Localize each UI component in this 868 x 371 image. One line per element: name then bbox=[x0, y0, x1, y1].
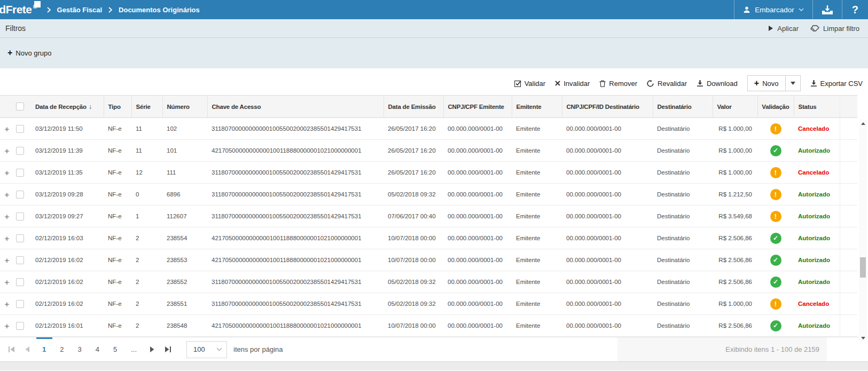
header-serie[interactable]: Série bbox=[131, 96, 162, 118]
header-cnpj-destinatario[interactable]: CNPJ/CPF/ID Destinatário bbox=[562, 96, 653, 118]
pager-first-button[interactable] bbox=[3, 337, 19, 361]
row-checkbox[interactable] bbox=[16, 169, 24, 177]
new-group-button[interactable]: + Novo grupo bbox=[7, 49, 52, 57]
validation-cell: ✓ bbox=[757, 227, 794, 249]
export-csv-button[interactable]: Exportar CSV bbox=[810, 80, 863, 88]
user-menu[interactable]: Embarcador bbox=[734, 0, 812, 19]
new-button[interactable]: + Novo bbox=[748, 76, 785, 91]
checkbox-cell bbox=[14, 162, 31, 184]
row-checkbox[interactable] bbox=[16, 278, 24, 286]
new-group-label: Novo grupo bbox=[15, 49, 51, 57]
scroll-down-button[interactable] bbox=[859, 334, 867, 342]
invalidate-button[interactable]: Invalidar bbox=[555, 80, 590, 88]
pager-more-button[interactable]: ... bbox=[124, 337, 144, 361]
row-checkbox[interactable] bbox=[16, 256, 24, 264]
cell-cnpj_emitente: 00.000.000/0001-00 bbox=[443, 227, 512, 249]
expand-row-icon[interactable]: + bbox=[5, 256, 10, 265]
clear-filter-button[interactable]: Limpar filtro bbox=[810, 25, 859, 33]
status-text: Cancelado bbox=[794, 293, 840, 315]
cell-tipo: NF-e bbox=[104, 271, 131, 293]
pager-page-2[interactable]: 2 bbox=[53, 337, 71, 361]
header-emitente[interactable]: Emitente bbox=[512, 96, 562, 118]
new-dropdown-button[interactable] bbox=[785, 76, 800, 91]
header-destinatario[interactable]: Destinatário bbox=[653, 96, 713, 118]
revalidate-button[interactable]: Revalidar bbox=[647, 80, 687, 88]
cell-chave: 3118070000000000010055002000238550142941… bbox=[207, 184, 384, 206]
header-filler bbox=[840, 96, 857, 118]
pager-next-button[interactable] bbox=[144, 337, 160, 361]
app-logo[interactable]: ldFrete bbox=[0, 3, 42, 16]
table-row: +02/12/2019 16:03NF-e2238554421705000000… bbox=[0, 227, 857, 249]
select-all-checkbox[interactable] bbox=[16, 102, 24, 110]
expand-cell: + bbox=[0, 227, 14, 249]
header-numero[interactable]: Número bbox=[162, 96, 207, 118]
header-validacao[interactable]: Validação bbox=[757, 96, 794, 118]
expand-row-icon[interactable]: + bbox=[5, 190, 10, 199]
expand-row-icon[interactable]: + bbox=[5, 321, 10, 330]
scrollbar-thumb[interactable] bbox=[860, 257, 866, 278]
downloads-button[interactable] bbox=[812, 0, 842, 19]
expand-cell: + bbox=[0, 118, 14, 140]
cell-emissao: 05/02/2018 09:32 bbox=[384, 271, 443, 293]
cell-recepcao: 03/12/2019 11:39 bbox=[31, 140, 104, 162]
cell-emitente: Emitente bbox=[512, 118, 562, 140]
header-status[interactable]: Status bbox=[794, 96, 840, 118]
breadcrumb-gestao-fiscal[interactable]: Gestão Fiscal bbox=[57, 6, 103, 14]
row-checkbox[interactable] bbox=[16, 191, 24, 199]
validation-cell: ! bbox=[757, 206, 794, 227]
pager-prev-button[interactable] bbox=[19, 337, 35, 361]
header-tipo[interactable]: Tipo bbox=[104, 96, 131, 118]
cell-serie: 11 bbox=[131, 118, 162, 140]
expand-row-icon[interactable]: + bbox=[5, 212, 10, 221]
filters-panel: Filtros Aplicar Limpar filtro + Novo gru… bbox=[0, 19, 868, 68]
row-checkbox[interactable] bbox=[16, 147, 24, 155]
pager-last-button[interactable] bbox=[160, 337, 176, 361]
cell-numero: 238548 bbox=[162, 315, 207, 337]
pager-page-3[interactable]: 3 bbox=[71, 337, 88, 361]
filler-cell bbox=[840, 249, 857, 271]
table-row: +02/12/2019 16:02NF-e2238553421705000000… bbox=[0, 249, 857, 271]
table-row: +02/12/2019 16:02NF-e2238552311807000000… bbox=[0, 271, 857, 293]
cell-cnpj_destinatario: 00.000.000/0001-00 bbox=[562, 271, 653, 293]
cell-tipo: NF-e bbox=[104, 118, 131, 140]
validate-button[interactable]: Validar bbox=[514, 80, 546, 88]
cell-emissao: 26/05/2017 16:20 bbox=[384, 162, 443, 184]
expand-row-icon[interactable]: + bbox=[5, 299, 10, 309]
breadcrumb-documentos-originarios[interactable]: Documentos Originários bbox=[119, 6, 200, 14]
expand-row-icon[interactable]: + bbox=[5, 234, 10, 243]
remove-button[interactable]: Remover bbox=[599, 80, 637, 88]
header-cnpj-emitente[interactable]: CNPJ/CPF Emitente bbox=[443, 96, 512, 118]
header-data-recepcao[interactable]: Data de Recepção↓ bbox=[31, 96, 104, 118]
chevron-right-icon bbox=[47, 7, 51, 13]
row-checkbox[interactable] bbox=[16, 322, 24, 330]
header-valor[interactable]: Valor bbox=[713, 96, 757, 118]
page-size-select[interactable]: 100 bbox=[186, 341, 227, 358]
row-checkbox[interactable] bbox=[16, 300, 24, 308]
cell-emissao: 05/02/2018 09:32 bbox=[384, 184, 443, 206]
cell-valor: R$ 1.000,00 bbox=[713, 118, 757, 140]
cell-emitente: Emitente bbox=[512, 206, 562, 227]
horizontal-scrollbar-track[interactable] bbox=[0, 361, 868, 370]
expand-row-icon[interactable]: + bbox=[5, 124, 10, 133]
row-checkbox[interactable] bbox=[16, 234, 24, 242]
header-chave-acesso[interactable]: Chave de Acesso bbox=[207, 96, 384, 118]
download-button[interactable]: Download bbox=[697, 80, 738, 88]
vertical-scrollbar[interactable] bbox=[859, 120, 867, 342]
cell-chave: 4217050000000000010011888000000102100000… bbox=[207, 315, 384, 337]
filters-title: Filtros bbox=[5, 24, 26, 33]
row-checkbox[interactable] bbox=[16, 212, 24, 220]
expand-row-icon[interactable]: + bbox=[5, 278, 10, 287]
pager-page-4[interactable]: 4 bbox=[89, 337, 106, 361]
validation-cell: ✓ bbox=[757, 271, 794, 293]
expand-row-icon[interactable]: + bbox=[5, 168, 10, 177]
help-button[interactable]: ? bbox=[842, 0, 868, 19]
refresh-icon bbox=[647, 80, 654, 87]
row-checkbox[interactable] bbox=[16, 125, 24, 133]
cell-recepcao: 02/12/2019 16:02 bbox=[31, 293, 104, 315]
header-data-emissao[interactable]: Data de Emissão bbox=[384, 96, 443, 118]
apply-filter-button[interactable]: Aplicar bbox=[768, 25, 799, 33]
pager-page-1[interactable]: 1 bbox=[35, 337, 53, 361]
expand-row-icon[interactable]: + bbox=[5, 146, 10, 155]
pager-page-5[interactable]: 5 bbox=[106, 337, 124, 361]
scroll-up-button[interactable] bbox=[859, 120, 867, 127]
